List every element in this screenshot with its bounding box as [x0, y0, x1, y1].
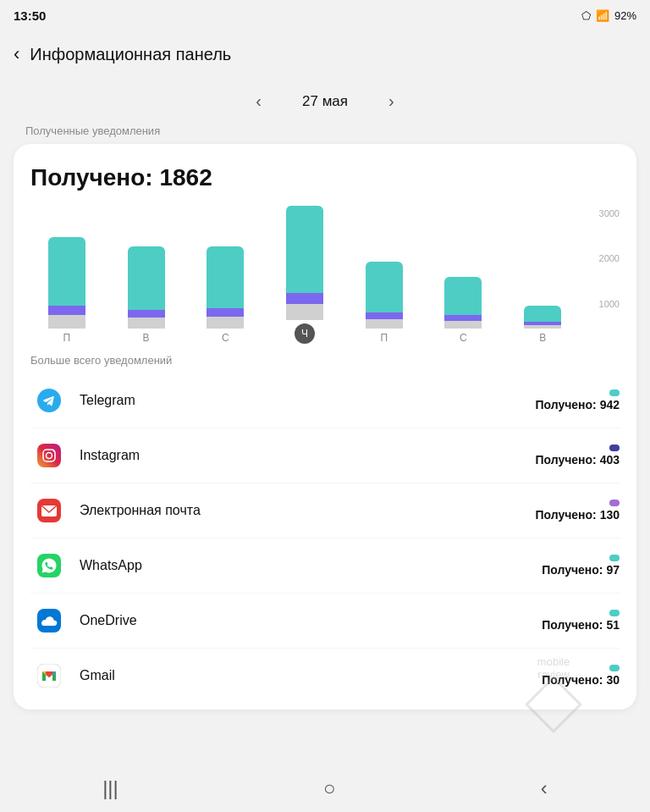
bar-group: С: [189, 246, 262, 344]
bluetooth-icon: ⬠: [581, 9, 591, 22]
app-row: TelegramПолучено: 942: [30, 373, 620, 428]
app-count-wrap: Получено: 130: [535, 500, 620, 522]
app-row: Электронная почтаПолучено: 130: [30, 483, 620, 539]
app-count-text: Получено: 51: [542, 618, 620, 632]
app-count-dot: [609, 610, 620, 616]
prev-date-button[interactable]: ‹: [249, 88, 268, 114]
battery-label: 92%: [614, 9, 636, 22]
app-count-wrap: Получено: 942: [535, 389, 620, 412]
app-row: WhatsAppПолучено: 97: [30, 539, 620, 594]
svg-point-0: [37, 389, 61, 412]
app-name: OneDrive: [80, 613, 542, 628]
bar-seg-gray: [48, 315, 85, 329]
bar-group: Ч: [268, 206, 341, 344]
app-count-dot: [609, 389, 620, 396]
bar-seg-purple: [366, 312, 403, 320]
signal-icon: 📶: [596, 9, 609, 22]
svg-rect-1: [37, 444, 61, 467]
app-count-wrap: Получено: 51: [542, 610, 620, 632]
bar-seg-purple: [48, 306, 85, 315]
app-count-dot: [609, 500, 620, 506]
bar-group: П: [348, 262, 421, 344]
app-name: WhatsApp: [80, 558, 542, 573]
app-icon-whatsapp: [30, 547, 68, 584]
bar-day-label: П: [63, 332, 71, 344]
bar-seg-gray: [128, 318, 165, 329]
main-card: Получено: 1862 ПВСЧПСВ 3000 2000 1000 Бо…: [14, 144, 636, 710]
bar-day-label: С: [222, 332, 229, 344]
most-notif-label: Больше всего уведомлений: [30, 354, 620, 367]
app-count-wrap: Получено: 30: [542, 665, 620, 687]
nav-bar: ||| ○ ‹: [0, 765, 650, 812]
app-count-text: Получено: 30: [542, 673, 620, 687]
header: ‹ Информационная панель: [0, 30, 650, 78]
app-count-text: Получено: 942: [535, 398, 620, 412]
bar-day-label: В: [539, 332, 546, 344]
status-icons: ⬠ 📶 92%: [581, 9, 636, 22]
bar-seg-teal: [366, 262, 403, 312]
bar-seg-teal: [48, 237, 85, 306]
bar-seg-gray: [444, 321, 482, 329]
app-row: InstagramПолучено: 403: [30, 428, 620, 483]
bar-seg-teal: [286, 206, 323, 292]
app-count-dot: [609, 665, 620, 671]
chart-area: ПВСЧПСВ 3000 2000 1000: [30, 208, 620, 344]
app-icon-telegram: [30, 382, 68, 419]
app-count-text: Получено: 403: [535, 453, 620, 467]
nav-home-button[interactable]: ○: [303, 770, 356, 807]
app-icon-gmail: [30, 657, 68, 694]
app-count-dot: [609, 555, 620, 561]
app-count-dot: [609, 445, 620, 451]
status-time: 13:50: [14, 8, 46, 23]
app-count-text: Получено: 130: [535, 508, 620, 522]
app-icon-instagram: [30, 437, 68, 474]
app-count-text: Получено: 97: [542, 563, 620, 577]
bar-day-label-today: Ч: [295, 323, 315, 344]
bar-seg-teal: [128, 246, 165, 310]
svg-point-4: [53, 450, 55, 452]
bar-day-label: В: [143, 332, 150, 344]
app-icon-email: [30, 492, 68, 529]
bar-seg-purple: [207, 308, 244, 317]
bar-day-label: П: [380, 332, 388, 344]
bar-seg-teal: [524, 306, 561, 322]
bar-seg-teal: [444, 277, 482, 315]
bar-seg-purple: [444, 315, 482, 322]
nav-menu-button[interactable]: |||: [82, 770, 139, 807]
next-date-button[interactable]: ›: [382, 88, 401, 114]
bar-seg-purple: [286, 293, 323, 304]
app-row: GmailПолучено: 30: [30, 649, 620, 703]
app-icon-onedrive: [30, 602, 68, 639]
app-name: Электронная почта: [80, 503, 535, 518]
bar-group: В: [506, 306, 579, 344]
app-name: Gmail: [80, 668, 542, 683]
received-total: Получено: 1862: [30, 164, 620, 191]
app-name: Telegram: [80, 393, 535, 408]
bar-group: С: [427, 277, 500, 344]
bar-seg-teal: [207, 246, 244, 308]
bar-seg-gray: [366, 319, 403, 329]
subtitle: Полученные уведомления: [0, 121, 650, 144]
bar-day-label: С: [460, 332, 467, 344]
bar-seg-gray: [524, 325, 561, 329]
app-count-wrap: Получено: 403: [535, 445, 620, 467]
bar-group: П: [30, 237, 103, 344]
bar-seg-gray: [207, 317, 244, 329]
date-nav: ‹ 27 мая ›: [0, 78, 650, 121]
back-button[interactable]: ‹: [14, 43, 19, 65]
app-row: OneDriveПолучено: 51: [30, 594, 620, 649]
app-list: TelegramПолучено: 942InstagramПолучено: …: [30, 373, 620, 703]
chart-y-labels: 3000 2000 1000: [599, 208, 620, 344]
date-label: 27 мая: [302, 93, 348, 110]
bar-seg-gray: [286, 304, 323, 320]
page-title: Информационная панель: [30, 45, 231, 64]
bar-group: В: [110, 246, 183, 344]
app-count-wrap: Получено: 97: [542, 555, 620, 577]
nav-back-button[interactable]: ‹: [521, 770, 568, 807]
chart-bars: ПВСЧПСВ: [30, 208, 579, 344]
bar-seg-purple: [128, 310, 165, 318]
status-bar: 13:50 ⬠ 📶 92%: [0, 0, 650, 30]
app-name: Instagram: [80, 448, 535, 463]
